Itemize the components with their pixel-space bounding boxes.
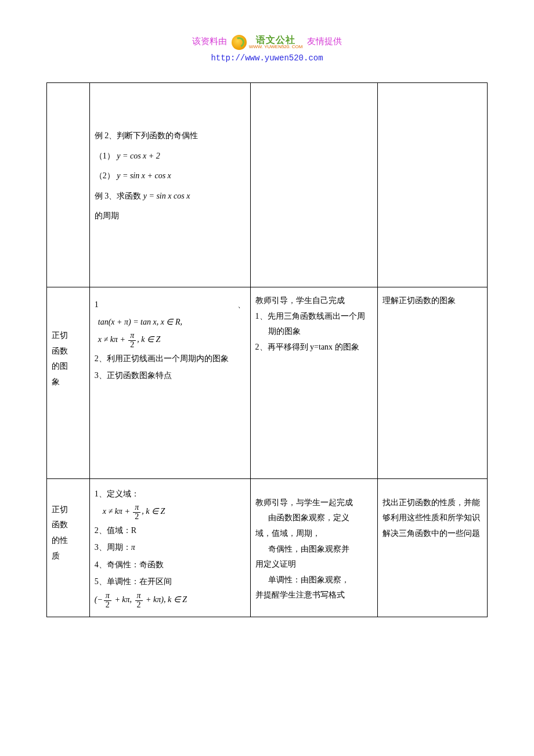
example2-item1: （1） y = cos x + 2 — [95, 149, 246, 164]
row2-content-cell: 1 、 tan(x + π) = tan x, x ∈ R, x ≠ kπ + … — [89, 287, 250, 478]
r2-m-l1: 教师引导，学生自己完成 — [255, 293, 373, 309]
fraction-pi-over-2: π 2 — [128, 332, 136, 349]
logo-swirl-icon — [232, 35, 247, 50]
fraction-pi-over-2: π 2 — [133, 503, 140, 521]
row3-t3: 的性 — [52, 533, 85, 549]
logo-chinese: 语文公社 — [249, 35, 303, 45]
logo-text-stack: 语文公社 WWW. YUWEN520. COM — [249, 35, 303, 49]
row2-goal-cell: 理解正切函数的图象 — [377, 287, 487, 478]
r3-item5-label: 5、单调性：在开区间 — [95, 574, 246, 590]
r3-m-l2: 由函数图象观察，定义 — [255, 510, 373, 526]
example2-item2: （2） y = sin x + cos x — [95, 168, 246, 184]
ex3-prefix: 例 3、求函数 — [95, 192, 143, 200]
r3-i3-val: π — [131, 543, 135, 552]
r2-i1-dun: 、 — [237, 297, 246, 313]
frac-num: π — [104, 592, 111, 601]
row1-title-cell — [47, 83, 90, 287]
example2-title: 例 2、判断下列函数的奇偶性 — [95, 128, 246, 144]
fraction-pi-over-2: π 2 — [135, 592, 143, 609]
frac-num: π — [128, 332, 136, 341]
site-logo: 语文公社 WWW. YUWEN520. COM — [232, 35, 303, 50]
r3-m-l3: 域，值域，周期， — [255, 526, 373, 542]
ex2-i2-label: （2） — [95, 171, 115, 180]
fraction-pi-over-2: π 2 — [104, 592, 111, 609]
row3-t4: 质 — [52, 549, 85, 564]
row1-goal-cell — [377, 83, 487, 287]
r2-m-l2: 1、先用三角函数线画出一个周期的图象 — [255, 309, 373, 340]
r2-i1-expr1: tan(x + π) = tan x, x ∈ R, — [95, 315, 246, 330]
frac-den: 2 — [133, 513, 140, 521]
r2-i1-num: 1 — [95, 297, 99, 313]
example3-suffix: 的周期 — [95, 208, 246, 224]
frac-num: π — [135, 592, 143, 601]
table-row: 正切 函数 的图 象 1 、 tan(x + π) = tan x, x ∈ R… — [47, 287, 488, 478]
r3-m-l4: 奇偶性，由图象观察并 — [255, 542, 373, 557]
example3-line: 例 3、求函数 y = sin x cos x — [95, 189, 246, 204]
table-row: 正切 函数 的性 质 1、定义域： x ≠ kπ + π 2 , k ∈ Z 2… — [47, 478, 488, 617]
row2-method-cell: 教师引导，学生自己完成 1、先用三角函数线画出一个周期的图象 2、再平移得到 y… — [250, 287, 377, 478]
r3-m-l5: 用定义证明 — [255, 557, 373, 573]
frac-den: 2 — [104, 601, 111, 610]
r3-item5-expr: (− π 2 + kπ, π 2 + kπ), k ∈ Z — [95, 592, 246, 609]
row2-title-cell: 正切 函数 的图 象 — [47, 287, 90, 478]
row3-t2: 函数 — [52, 517, 85, 533]
r2-item3: 3、正切函数图象特点 — [95, 368, 246, 384]
ex2-i1-label: （1） — [95, 152, 115, 160]
r2-i1-expr2: x ≠ kπ + π 2 , k ∈ Z — [95, 332, 246, 349]
row1-content-cell: 例 2、判断下列函数的奇偶性 （1） y = cos x + 2 （2） y =… — [89, 83, 250, 287]
header-credit-line: 该资料由 语文公社 WWW. YUWEN520. COM 友情提供 — [46, 35, 488, 50]
document-page: 该资料由 语文公社 WWW. YUWEN520. COM 友情提供 http:/… — [0, 0, 534, 640]
row3-goal-cell: 找出正切函数的性质，并能够利用这些性质和所学知识解决三角函数中的一些问题 — [377, 478, 487, 617]
r3-m-l6: 单调性：由图象观察， — [255, 573, 373, 588]
row2-t4: 象 — [52, 375, 85, 390]
r3-i3-label: 3、周期： — [95, 543, 131, 552]
credit-right-text: 友情提供 — [307, 37, 342, 46]
lesson-table: 例 2、判断下列函数的奇偶性 （1） y = cos x + 2 （2） y =… — [46, 82, 488, 617]
r3-item4: 4、奇偶性：奇函数 — [95, 557, 246, 573]
row3-content-cell: 1、定义域： x ≠ kπ + π 2 , k ∈ Z 2、值域：R 3、周期：… — [89, 478, 250, 617]
r3-goal-text: 找出正切函数的性质，并能够利用这些性质和所学知识解决三角函数中的一些问题 — [383, 495, 482, 542]
row2-t3: 的图 — [52, 359, 85, 375]
r3-m-l1: 教师引导，与学生一起完成 — [255, 495, 373, 511]
row3-method-cell: 教师引导，与学生一起完成 由函数图象观察，定义 域，值域，周期， 奇偶性，由图象… — [250, 478, 377, 617]
ex2-i2-expr: y = sin x + cos x — [117, 171, 171, 180]
r3-m-l7: 并提醒学生注意书写格式 — [255, 588, 373, 603]
r3-item1-label: 1、定义域： — [95, 487, 246, 502]
site-url: http://www.yuwen520.com — [46, 53, 488, 63]
row1-method-cell — [250, 83, 377, 287]
r2-m-l3: 2、再平移得到 y=tanx 的图象 — [255, 340, 373, 355]
frac-num: π — [133, 503, 140, 513]
row2-t2: 函数 — [52, 344, 85, 359]
frac-den: 2 — [128, 341, 136, 350]
logo-english: WWW. YUWEN520. COM — [249, 45, 303, 49]
r3-item2: 2、值域：R — [95, 523, 246, 539]
row3-t1: 正切 — [52, 502, 85, 518]
table-row: 例 2、判断下列函数的奇偶性 （1） y = cos x + 2 （2） y =… — [47, 83, 488, 287]
ex3-expr: y = sin x cos x — [143, 192, 190, 200]
r2-item1-head: 1 、 — [95, 297, 246, 313]
r2-item2: 2、利用正切线画出一个周期内的图象 — [95, 351, 246, 367]
frac-den: 2 — [135, 601, 143, 610]
row3-title-cell: 正切 函数 的性 质 — [47, 478, 90, 617]
r3-item3: 3、周期：π — [95, 540, 246, 556]
r3-item1-expr: x ≠ kπ + π 2 , k ∈ Z — [95, 503, 246, 521]
row2-t1: 正切 — [52, 328, 85, 344]
credit-left-text: 该资料由 — [192, 37, 227, 46]
ex2-i1-expr: y = cos x + 2 — [117, 152, 160, 160]
